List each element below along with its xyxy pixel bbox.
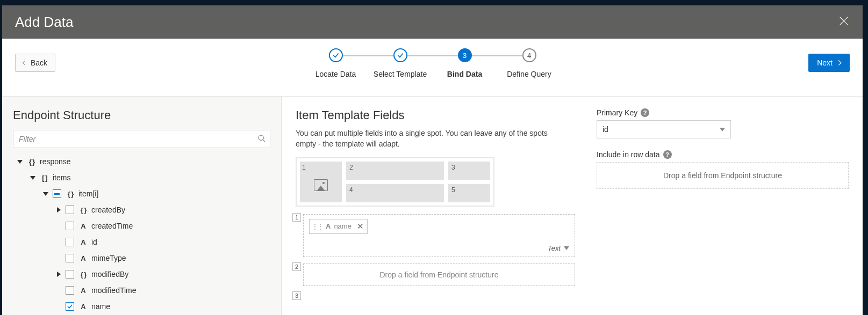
tree-node-items[interactable]: items (13, 170, 270, 186)
object-icon (66, 190, 75, 198)
wizard-steps: Locate Data Select Template 3 Bind Data … (303, 48, 562, 78)
collapse-icon[interactable] (29, 174, 37, 181)
object-icon (78, 206, 88, 214)
row-data-dropzone[interactable]: Drop a field from Endpoint structure (597, 162, 849, 189)
field-slot-2: 2 Drop a field from Endpoint structure (296, 263, 575, 286)
tree-node-createdtime[interactable]: createdTime (13, 218, 270, 234)
filter-input[interactable] (13, 130, 270, 148)
string-icon (78, 254, 88, 262)
topbar: Back Locate Data Select Template 3 Bind … (2, 39, 863, 97)
tree-node-modifiedby[interactable]: modifiedBy (13, 266, 270, 282)
add-data-dialog: Add Data Back Locate Data Select Templat… (2, 5, 863, 315)
object-icon (78, 270, 88, 279)
close-icon[interactable] (838, 15, 850, 29)
chevron-down-icon (564, 245, 569, 251)
endpoint-structure-pane: Endpoint Structure response items (2, 97, 282, 315)
template-fields-heading: Item Template Fields (296, 108, 575, 122)
string-icon (78, 222, 88, 230)
expand-icon[interactable] (55, 206, 62, 214)
field-type-select[interactable]: Text (548, 235, 569, 252)
slot-1[interactable]: 1 (300, 162, 342, 202)
checkbox[interactable] (66, 254, 74, 262)
checkbox[interactable] (66, 222, 74, 230)
slot-4[interactable]: 4 (346, 184, 444, 202)
string-icon (78, 303, 88, 311)
endpoint-structure-heading: Endpoint Structure (13, 108, 270, 122)
drop-zone-2[interactable]: Drop a field from Endpoint structure (303, 263, 575, 286)
string-icon (78, 238, 88, 246)
side-column: Primary Key ? id Include in row data ? D… (597, 108, 849, 303)
wizard-step-bind-data[interactable]: 3 Bind Data (432, 48, 498, 78)
search-icon[interactable] (257, 134, 266, 145)
row-data-label: Include in row data ? (597, 150, 849, 159)
wizard-step-define-query[interactable]: 4 Define Query (497, 48, 562, 78)
field-tag-name[interactable]: ⋮⋮ A name ✕ (309, 219, 368, 234)
collapse-icon[interactable] (42, 190, 49, 197)
checkbox[interactable] (66, 238, 74, 246)
checkbox[interactable] (66, 206, 74, 214)
back-button[interactable]: Back (15, 54, 55, 72)
object-icon (27, 158, 37, 166)
chevron-right-icon (836, 59, 843, 67)
slot-3[interactable]: 3 (448, 162, 490, 180)
dialog-title: Add Data (15, 14, 73, 31)
svg-point-0 (259, 135, 263, 140)
remove-tag-icon[interactable]: ✕ (357, 222, 364, 231)
check-icon (397, 52, 404, 59)
check-icon (332, 52, 340, 59)
drop-zone-1[interactable]: ⋮⋮ A name ✕ Text (303, 214, 575, 257)
tree-node-modifiedtime[interactable]: modifiedTime (13, 282, 270, 298)
help-icon[interactable]: ? (663, 150, 672, 159)
tree-node-createdby[interactable]: createdBy (13, 202, 270, 218)
checkbox[interactable] (66, 270, 74, 279)
next-button[interactable]: Next (808, 54, 850, 72)
template-fields-pane: Item Template Fields You can put multipl… (282, 97, 863, 315)
string-icon (78, 287, 88, 295)
dialog-header: Add Data (2, 5, 863, 39)
wizard-step-locate-data[interactable]: Locate Data (303, 48, 369, 78)
endpoint-tree: response items item[i] creat (13, 153, 270, 314)
tree-node-item[interactable]: item[i] (13, 186, 270, 202)
tree-node-id[interactable]: id (13, 234, 270, 250)
checkbox-indeterminate[interactable] (53, 189, 61, 198)
help-icon[interactable]: ? (641, 108, 649, 117)
filter-field (13, 130, 270, 148)
slot-5[interactable]: 5 (448, 184, 490, 202)
template-main-column: Item Template Fields You can put multipl… (296, 108, 575, 303)
chevron-down-icon (720, 127, 725, 132)
tree-node-mimetype[interactable]: mimeType (13, 250, 270, 266)
field-slot-1: 1 ⋮⋮ A name ✕ Text (296, 214, 575, 257)
chevron-left-icon (21, 60, 27, 66)
tree-node-name[interactable]: name (13, 298, 270, 314)
checkbox[interactable] (66, 286, 74, 295)
primary-key-select[interactable]: id (597, 120, 731, 138)
image-icon (314, 179, 328, 191)
array-icon (40, 174, 49, 182)
wizard-step-select-template[interactable]: Select Template (368, 48, 433, 78)
checkbox-checked[interactable] (66, 302, 74, 311)
dialog-body: Endpoint Structure response items (2, 97, 863, 315)
tree-node-response[interactable]: response (13, 153, 270, 170)
next-label: Next (817, 58, 833, 67)
primary-key-label: Primary Key ? (597, 108, 849, 117)
back-label: Back (31, 58, 47, 67)
field-drop-zones: 1 ⋮⋮ A name ✕ Text (296, 214, 575, 286)
template-fields-desc: You can put multiple fields into a singl… (296, 128, 554, 150)
drag-handle-icon[interactable]: ⋮⋮ (312, 223, 322, 230)
template-slot-preview: 1 2 3 4 5 (296, 157, 494, 207)
collapse-icon[interactable] (16, 158, 24, 165)
expand-icon[interactable] (55, 270, 62, 278)
slot-2[interactable]: 2 (346, 162, 444, 180)
string-icon: A (326, 222, 331, 230)
